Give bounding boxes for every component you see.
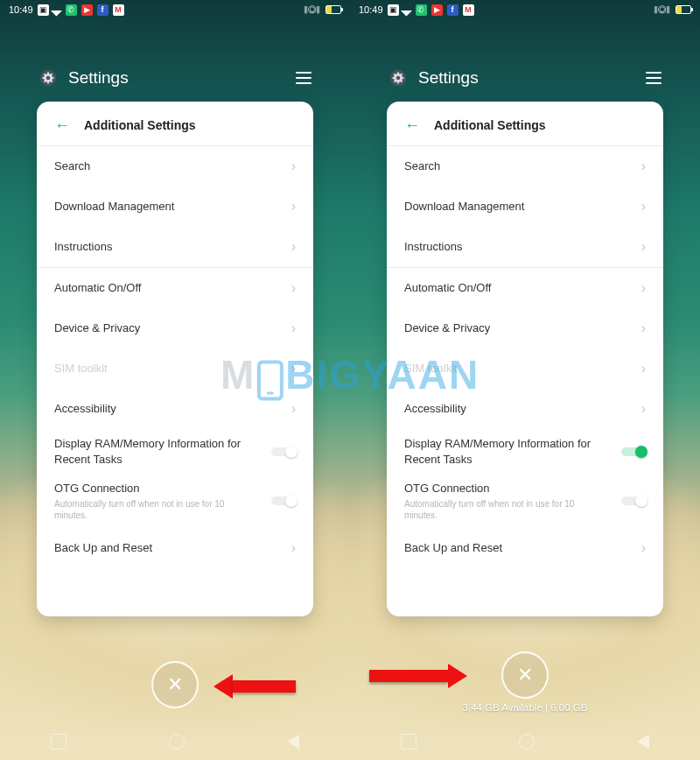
row-accessibility[interactable]: Accessibility › — [54, 389, 296, 429]
annotation-arrow-left — [214, 674, 296, 699]
nav-back-icon[interactable] — [287, 735, 299, 749]
gmail-icon: M — [463, 4, 474, 16]
chevron-right-icon: › — [641, 239, 646, 255]
row-label: Automatic On/Off — [54, 280, 141, 296]
row-backup-reset[interactable]: Back Up and Reset › — [54, 528, 296, 568]
row-backup-reset[interactable]: Back Up and Reset › — [404, 528, 646, 568]
row-search[interactable]: Search › — [404, 146, 646, 186]
status-bar: 10:49 ▣ ◢ ✆ ▶ f M ⦀◎⦀ — [0, 0, 350, 19]
navigation-bar — [350, 723, 700, 760]
chevron-right-icon: › — [291, 401, 296, 417]
toggle-otg[interactable] — [621, 496, 646, 505]
row-ram-info[interactable]: Display RAM/Memory Information for Recen… — [404, 429, 646, 474]
youtube-icon: ▶ — [431, 4, 443, 16]
status-bar: 10:49 ▣ ◢ ✆ ▶ f M ⦀◎⦀ — [350, 0, 700, 19]
clear-all-button[interactable]: ✕ — [501, 651, 549, 699]
row-label: SIM toolkit — [54, 361, 108, 376]
back-arrow-icon[interactable]: ← — [54, 117, 70, 133]
row-auto-onoff[interactable]: Automatic On/Off › — [54, 268, 296, 308]
app-title: Settings — [418, 68, 479, 88]
close-icon: ✕ — [517, 664, 533, 686]
vibrate-icon: ⦀◎⦀ — [654, 4, 670, 16]
nav-back-icon[interactable] — [637, 735, 649, 749]
gear-icon — [38, 68, 58, 88]
row-label: OTG Connection — [54, 481, 256, 496]
row-label: Download Management — [404, 199, 524, 215]
nav-home-icon[interactable] — [519, 734, 535, 749]
row-label: Device & Privacy — [54, 320, 140, 336]
wifi-icon: ◢ — [51, 4, 64, 17]
row-label: Display RAM/Memory Information for Recen… — [54, 436, 247, 467]
row-sim-toolkit: SIM toolkit › — [54, 348, 296, 389]
recent-app-header: Settings — [0, 68, 350, 88]
row-download-management[interactable]: Download Management › — [54, 186, 296, 227]
nav-home-icon[interactable] — [169, 734, 185, 749]
facebook-icon: f — [447, 4, 458, 16]
row-label: Instructions — [54, 239, 112, 255]
gmail-icon: M — [113, 4, 124, 16]
row-sim-toolkit: SIM toolkit › — [404, 348, 646, 389]
row-download-management[interactable]: Download Management › — [404, 186, 646, 227]
row-label: Back Up and Reset — [54, 540, 152, 556]
row-search[interactable]: Search › — [54, 146, 296, 186]
sim-icon: ▣ — [38, 4, 49, 16]
row-label: Search — [404, 158, 440, 174]
chevron-right-icon: › — [291, 239, 296, 255]
annotation-arrow-right — [369, 664, 467, 688]
row-device-privacy[interactable]: Device & Privacy › — [54, 308, 296, 348]
chevron-right-icon: › — [291, 158, 296, 174]
ram-status-text: 3.44 GB Available | 6.00 GB — [463, 702, 588, 713]
wifi-icon: ◢ — [401, 4, 414, 17]
row-label: Instructions — [404, 239, 462, 255]
recent-app-header: Settings — [350, 68, 700, 88]
row-device-privacy[interactable]: Device & Privacy › — [404, 308, 646, 348]
row-label: Device & Privacy — [404, 320, 490, 336]
row-label: Accessibility — [54, 401, 116, 417]
chevron-right-icon: › — [641, 199, 646, 215]
chevron-right-icon: › — [641, 280, 646, 296]
chevron-right-icon: › — [291, 320, 296, 336]
nav-recents-icon[interactable] — [401, 734, 416, 749]
toggle-ram-info[interactable] — [271, 447, 296, 456]
toggle-ram-info[interactable] — [621, 447, 646, 456]
card-title: Additional Settings — [434, 118, 546, 132]
row-label: Automatic On/Off — [404, 280, 491, 296]
close-icon: ✕ — [167, 673, 183, 696]
screenshot-left: 10:49 ▣ ◢ ✆ ▶ f M ⦀◎⦀ Settings — [0, 0, 350, 760]
screenshot-right: 10:49 ▣ ◢ ✆ ▶ f M ⦀◎⦀ Settings — [350, 0, 700, 760]
row-label: SIM toolkit — [404, 361, 458, 376]
clear-all-button[interactable]: ✕ — [151, 661, 199, 708]
row-otg[interactable]: OTG Connection Automatically turn off wh… — [404, 474, 646, 528]
row-otg[interactable]: OTG Connection Automatically turn off wh… — [54, 474, 296, 528]
chevron-right-icon: › — [641, 158, 646, 174]
chevron-right-icon: › — [641, 540, 646, 556]
row-sublabel: Automatically turn off when not in use f… — [54, 498, 256, 521]
gear-icon — [388, 68, 408, 88]
chevron-right-icon: › — [641, 320, 646, 336]
row-ram-info[interactable]: Display RAM/Memory Information for Recen… — [54, 429, 296, 474]
facebook-icon: f — [97, 4, 108, 16]
whatsapp-icon: ✆ — [66, 4, 77, 16]
settings-card[interactable]: ← Additional Settings Search › Download … — [387, 102, 663, 616]
chevron-right-icon: › — [291, 361, 296, 376]
chevron-right-icon: › — [291, 199, 296, 215]
hamburger-icon[interactable] — [646, 72, 662, 84]
battery-icon — [676, 5, 691, 14]
toggle-otg[interactable] — [271, 496, 296, 505]
chevron-right-icon: › — [291, 280, 296, 296]
row-accessibility[interactable]: Accessibility › — [404, 389, 646, 429]
row-label: Display RAM/Memory Information for Recen… — [404, 436, 597, 467]
row-instructions[interactable]: Instructions › — [404, 227, 646, 267]
row-auto-onoff[interactable]: Automatic On/Off › — [404, 268, 646, 308]
row-instructions[interactable]: Instructions › — [54, 227, 296, 267]
row-label: OTG Connection — [404, 481, 606, 496]
chevron-right-icon: › — [641, 401, 646, 417]
youtube-icon: ▶ — [81, 4, 93, 16]
back-arrow-icon[interactable]: ← — [404, 117, 420, 133]
vibrate-icon: ⦀◎⦀ — [304, 4, 320, 16]
hamburger-icon[interactable] — [296, 72, 312, 84]
app-title: Settings — [68, 68, 129, 88]
settings-card[interactable]: ← Additional Settings Search › Download … — [37, 102, 313, 616]
nav-recents-icon[interactable] — [51, 734, 66, 749]
battery-icon — [326, 5, 341, 14]
